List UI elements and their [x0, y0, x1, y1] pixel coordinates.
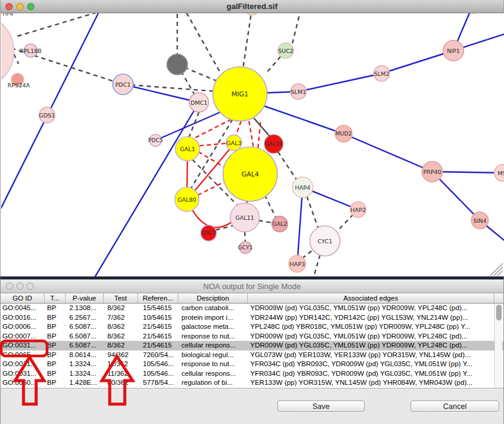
table-cell-test: 8/362	[104, 322, 138, 332]
table-cell-edges: YDR244W (pp) YDR142C, YDR142C (pp) YGL15…	[248, 313, 503, 323]
table-cell-desc: response to nut...	[178, 332, 248, 341]
column-header-test[interactable]: Test	[104, 293, 138, 303]
node-label-GAL7: GAL7	[201, 230, 216, 236]
table-cell-type: BP	[45, 313, 66, 323]
node-label-PDC1: PDC1	[115, 81, 131, 88]
network-edge	[249, 121, 253, 146]
table-cell-go: GO:0050...	[1, 378, 45, 388]
table-cell-test: 8/362	[104, 304, 138, 313]
table-header[interactable]: GO IDT...P-valueTestReferen...Desciption…	[1, 293, 503, 304]
column-header-goid[interactable]: GO ID	[1, 293, 45, 303]
network-edge	[183, 13, 222, 76]
table-cell-p: 6.5087...	[66, 341, 104, 351]
column-header-referen[interactable]: Referen...	[138, 293, 178, 303]
node-label-PDC5: PDC5	[148, 137, 163, 143]
table-cell-edges: YFR034C (pd) YBR093C, YDR009W (pd) YGL03…	[248, 369, 503, 379]
node-label-GAL3: GAL3	[226, 140, 241, 146]
table-cell-desc: carbon cataboli...	[178, 304, 248, 313]
network-edge	[432, 172, 504, 258]
node-label-MIG1: MIG1	[232, 90, 248, 98]
table-cell-edges: YDR009W (pd) YGL035C, YML051W (pp) YDR00…	[248, 332, 503, 341]
table-cell-edges: YFR034C (pd) YBR093C, YDR009W (pd) YGL03…	[248, 360, 503, 369]
table-cell-go: GO:0016...	[1, 313, 45, 323]
node-label-GAL4: GAL4	[241, 170, 259, 178]
node-label-HAP2: HAP2	[350, 207, 365, 213]
table-cell-desc: cellular respons...	[178, 369, 248, 379]
column-header-desciption[interactable]: Desciption	[178, 293, 248, 303]
table-cell-ref: 10/54615	[138, 313, 178, 323]
network-edge	[337, 214, 353, 231]
table-cell-p: 2.1308...	[66, 304, 104, 313]
save-button[interactable]: Save	[277, 401, 365, 412]
table-cell-type: BP	[45, 332, 66, 341]
network-edge	[123, 84, 199, 102]
node-gray-node[interactable]	[167, 54, 187, 75]
table-cell-ref: 15/54615	[138, 304, 178, 313]
network-edge	[490, 263, 503, 276]
table-cell-ref: 21/54615	[138, 322, 178, 332]
table-row[interactable]: GO:0045...BP2.1308...8/36215/54615carbon…	[1, 304, 503, 313]
network-graph: RPL18BRPS24AGDS1PDC1SUC2MIG1DMC1SLM1SLM2…	[1, 13, 504, 276]
node-label-SIN4: SIN4	[473, 217, 487, 224]
node-label-GDS1: GDS1	[39, 112, 55, 119]
node-label-SUC2: SUC2	[278, 48, 294, 54]
column-header-t[interactable]: T...	[45, 293, 66, 303]
table-cell-test: 11/362	[104, 369, 138, 379]
node-label-MUD2: MUD2	[335, 131, 351, 137]
network-edge	[200, 143, 226, 146]
table-cell-ref: 7260/54...	[138, 351, 178, 360]
network-edge	[243, 13, 252, 69]
table-row[interactable]: GO:0031...BP1.3324...11/362105/546...res…	[1, 360, 503, 369]
node-label-MSI: MSI	[497, 170, 504, 176]
node-label-SLM2: SLM2	[374, 70, 389, 77]
table-row[interactable]: GO:0006...BP6.5087...8/36221/54615galact…	[1, 322, 503, 332]
node-label-HAP4: HAP4	[295, 184, 310, 191]
table-row[interactable]: GO:0016...BP6.2567...7/36210/54615protei…	[1, 313, 503, 323]
table-row-selected[interactable]: GO:0031...BP6.5087...8/36221/54615cellul…	[1, 341, 503, 351]
node-green-cut[interactable]	[245, 13, 259, 15]
column-header-pvalue[interactable]: P-value	[66, 293, 104, 303]
table-row[interactable]: GO:0065...BP8.0614...94/3627260/54...bio…	[1, 351, 503, 360]
column-header-associatededges[interactable]: Associated edges	[248, 293, 494, 303]
table-cell-p: 1.428E...	[66, 378, 104, 388]
table-cell-go: GO:0045...	[1, 304, 45, 313]
table-cell-type: BP	[45, 369, 66, 379]
table-cell-desc: galactose meta...	[178, 322, 248, 332]
table-cell-test: 8/362	[104, 332, 138, 341]
network-edge	[14, 54, 19, 64]
table-cell-edges: YGL073W (pd) YER103W, YER133W (pp) YOR31…	[248, 351, 503, 360]
scrollbar-thumb[interactable]	[496, 305, 502, 320]
network-edge	[259, 220, 272, 223]
node-label-GAL11: GAL11	[235, 214, 254, 221]
cancel-button[interactable]: Cancel	[411, 401, 499, 412]
vertical-scrollbar[interactable]	[494, 304, 502, 388]
table-row[interactable]: GO:0031...BP1.3324...11/362105/546...cel…	[1, 369, 503, 379]
network-edge	[265, 195, 276, 217]
table-cell-p: 1.3324...	[66, 369, 104, 379]
node-label-GCY1: GCY1	[238, 245, 253, 251]
noa-window-titlebar[interactable]: NOA output for Single Mode	[1, 279, 503, 293]
table-cell-go: GO:0007...	[1, 332, 45, 341]
node-label-CYC1: CYC1	[318, 238, 332, 245]
table-cell-edges: YPL248C (pd) YBR018C, YML051W (pp) YDR00…	[248, 322, 503, 332]
noa-output-window: NOA output for Single Mode GO IDT...P-va…	[0, 276, 504, 424]
network-window-titlebar[interactable]: galFiltered.sif	[1, 0, 503, 13]
node-label-NIP1: NIP1	[447, 48, 460, 54]
table-cell-type: BP	[45, 341, 66, 351]
window-title: galFiltered.sif	[1, 2, 503, 11]
table-cell-type: BP	[45, 378, 66, 388]
table-body: GO:0045...BP2.1308...8/36215/54615carbon…	[1, 304, 503, 388]
table-row[interactable]: GO:0050...BP1.428E...80/3625778/54...reg…	[1, 378, 503, 388]
table-cell-test: 8/362	[104, 341, 138, 351]
node-label-PRP40: PRP40	[423, 169, 441, 175]
table-cell-test: 7/362	[104, 313, 138, 323]
table-bottom-divider	[1, 388, 503, 388]
table-cell-go: GO:0065...	[1, 351, 45, 360]
table-cell-p: 6.2567...	[66, 313, 104, 323]
network-edge	[194, 119, 232, 139]
network-window: galFiltered.sif RPL18BRPS24AGDS1PDC1SUC2…	[0, 0, 504, 276]
network-canvas[interactable]: RPL18BRPS24AGDS1PDC1SUC2MIG1DMC1SLM1SLM2…	[1, 13, 504, 276]
table-row[interactable]: GO:0007...BP6.5087...8/36221/54615respon…	[1, 332, 503, 341]
node-label-GAL1: GAL1	[180, 146, 195, 152]
table-cell-test: 80/362	[104, 378, 138, 388]
